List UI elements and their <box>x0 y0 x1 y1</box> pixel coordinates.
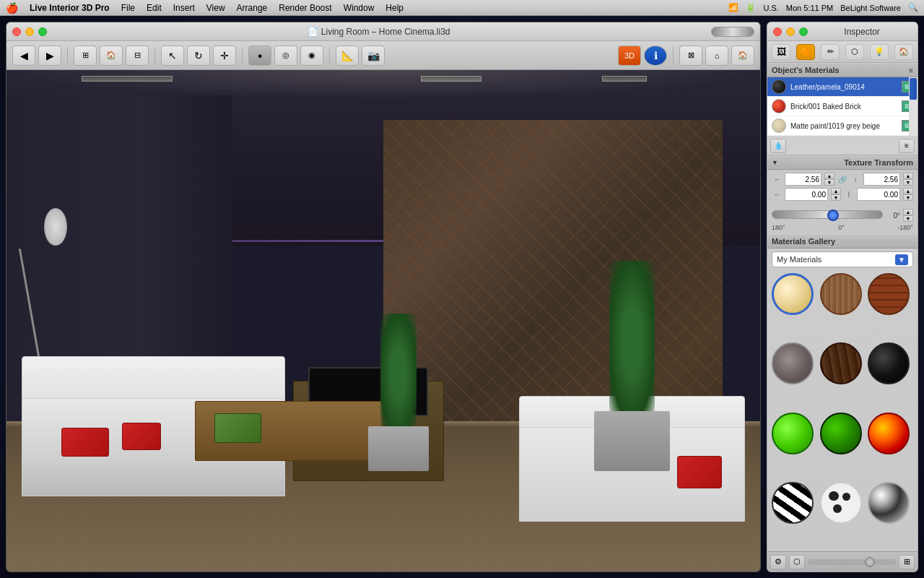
plant-1 <box>594 271 669 472</box>
menu-render-boost[interactable]: Render Boost <box>279 3 331 13</box>
menu-window[interactable]: Window <box>344 3 375 13</box>
gallery-item-black[interactable] <box>868 342 910 384</box>
menu-arrange[interactable]: Arrange <box>237 3 268 13</box>
tab-light[interactable]: 💡 <box>870 44 889 60</box>
room-scene <box>6 70 760 571</box>
tab-edit[interactable]: ✏ <box>821 44 840 60</box>
angle-stepper[interactable]: ▲ ▼ <box>903 209 913 222</box>
gallery-item-dark-wood[interactable] <box>820 342 862 384</box>
scale-h-down[interactable]: ▼ <box>824 179 834 186</box>
angle-labels: 180° 0° -180° <box>772 224 913 231</box>
scale-v-stepper[interactable]: ▲ ▼ <box>903 173 913 186</box>
bottom-slider-thumb[interactable] <box>865 557 875 567</box>
plant-leaves-1 <box>609 261 655 421</box>
offset-v-up[interactable]: ▲ <box>903 188 913 194</box>
minimize-button[interactable] <box>25 27 34 36</box>
menu-view[interactable]: View <box>206 3 225 13</box>
scale-h-stepper[interactable]: ▲ ▼ <box>824 173 834 186</box>
toolbar-separator-5 <box>673 47 674 64</box>
gallery-item-fire[interactable] <box>868 413 910 454</box>
menu-insert[interactable]: Insert <box>173 3 195 13</box>
zoom-tool[interactable]: ◉ <box>300 46 323 66</box>
bottom-slider[interactable] <box>808 559 896 565</box>
grid-button[interactable]: ⊞ <box>899 555 915 569</box>
floor-plan-button[interactable]: ⊞ <box>74 46 97 66</box>
orbit-tool[interactable]: ● <box>248 46 271 66</box>
view-2d-button[interactable]: ⊠ <box>679 46 702 66</box>
menu-file[interactable]: File <box>121 3 135 13</box>
angle-label-min: 180° <box>772 224 785 231</box>
brand: BeLight Software <box>840 4 901 12</box>
camera-tool[interactable]: 📷 <box>362 46 385 66</box>
pan-tool[interactable]: ◎ <box>274 46 297 66</box>
offset-v-stepper[interactable]: ▲ ▼ <box>903 188 913 201</box>
material-item-0[interactable]: Leather/pamela_09014 ⊞ <box>767 77 918 97</box>
inspector-max-button[interactable] <box>799 27 808 36</box>
info-button[interactable]: ℹ <box>644 46 667 66</box>
offset-h-stepper[interactable]: ▲ ▼ <box>831 188 841 201</box>
gallery-item-spot[interactable] <box>820 482 862 524</box>
select-tool[interactable]: ↖ <box>161 46 184 66</box>
inspector-close-button[interactable] <box>773 27 782 36</box>
materials-list[interactable]: Leather/pamela_09014 ⊞ Brick/001 Baked B… <box>767 77 918 137</box>
expand-icon[interactable]: ▼ <box>772 159 778 166</box>
view-button[interactable]: ⊟ <box>126 46 149 66</box>
offset-h-down[interactable]: ▼ <box>831 194 841 201</box>
eyedropper-button[interactable]: 💧 <box>770 139 786 153</box>
menu-edit[interactable]: Edit <box>147 3 162 13</box>
maximize-button[interactable] <box>38 27 47 36</box>
offset-h-up[interactable]: ▲ <box>831 188 841 194</box>
offset-h-input[interactable]: 0.00 <box>785 188 828 201</box>
nav-back-button[interactable]: ◀ <box>12 46 35 66</box>
angle-up[interactable]: ▲ <box>903 209 913 215</box>
menu-help[interactable]: Help <box>385 3 404 13</box>
offset-v-input[interactable]: 0.00 <box>857 188 900 201</box>
scale-v-up[interactable]: ▲ <box>903 173 913 179</box>
gallery-item-zebra[interactable] <box>772 482 814 524</box>
view-fit-button[interactable]: 🏠 <box>731 46 754 66</box>
scale-v-input[interactable]: 2.56 <box>863 173 900 186</box>
angle-down[interactable]: ▼ <box>903 215 913 222</box>
move-tool[interactable]: ✛ <box>213 46 236 66</box>
gallery-item-stone[interactable] <box>772 342 814 384</box>
scale-v-down[interactable]: ▼ <box>903 179 913 186</box>
materials-scrollbar[interactable] <box>909 77 918 136</box>
measure-tool[interactable]: 📐 <box>336 46 359 66</box>
tab-transform[interactable]: ⬡ <box>845 44 864 60</box>
offset-h-row: ↔ 0.00 ▲ ▼ I 0.00 ▲ ▼ <box>772 188 913 201</box>
view-home-button[interactable]: ⌂ <box>705 46 728 66</box>
angle-slider-track[interactable] <box>772 210 883 219</box>
material-item-2[interactable]: Matte paint/1019 grey beige ⊞ <box>767 116 918 136</box>
material-item-1[interactable]: Brick/001 Baked Brick ⊞ <box>767 97 918 116</box>
settings-button[interactable]: ⚙ <box>770 555 786 569</box>
nav-forward-button[interactable]: ▶ <box>38 46 61 66</box>
close-button[interactable] <box>12 27 21 36</box>
window-scrollbar[interactable] <box>711 27 754 37</box>
material-name-1: Brick/001 Baked Brick <box>790 103 897 111</box>
section-menu-icon[interactable]: ≡ <box>909 66 913 74</box>
apple-menu[interactable]: 🍎 <box>6 2 18 14</box>
angle-slider-thumb[interactable] <box>827 210 839 221</box>
scale-h-input[interactable]: 2.56 <box>785 173 821 186</box>
tab-render[interactable]: 🖼 <box>772 44 790 60</box>
tab-arch[interactable]: 🏠 <box>894 44 913 60</box>
toolbar-menu[interactable]: ≡ <box>899 139 915 153</box>
search-icon[interactable]: 🔍 <box>908 3 918 12</box>
export-button[interactable]: ⬡ <box>789 555 805 569</box>
gallery-item-green-bright[interactable] <box>772 413 814 454</box>
gallery-item-green-dark[interactable] <box>820 413 862 454</box>
viewport[interactable] <box>6 70 760 571</box>
gallery-item-brick[interactable] <box>868 273 910 315</box>
gallery-item-cream[interactable] <box>772 273 814 315</box>
gallery-item-chrome[interactable] <box>868 482 910 524</box>
3d-nav-button[interactable]: 3D <box>618 46 641 66</box>
scale-h-up[interactable]: ▲ <box>824 173 834 179</box>
inspector-min-button[interactable] <box>786 27 795 36</box>
menu-app-name[interactable]: Live Interior 3D Pro <box>30 3 110 13</box>
walls-button[interactable]: 🏠 <box>100 46 123 66</box>
offset-v-down[interactable]: ▼ <box>903 194 913 201</box>
tab-material[interactable]: 🔶 <box>796 44 815 60</box>
gallery-dropdown[interactable]: My Materials ▼ <box>772 251 913 267</box>
gallery-item-wood1[interactable] <box>820 273 862 315</box>
rotate-tool[interactable]: ↻ <box>187 46 210 66</box>
